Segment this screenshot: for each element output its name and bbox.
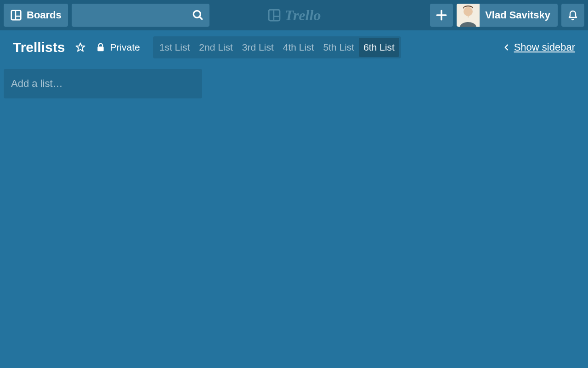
lock-icon: [96, 42, 105, 52]
avatar: [457, 4, 480, 27]
list-tab-label: 3rd List: [242, 42, 274, 53]
list-tab-label: 2nd List: [199, 42, 233, 53]
svg-line-4: [199, 17, 202, 19]
plus-icon: [435, 9, 447, 21]
boards-button[interactable]: Boards: [4, 4, 68, 27]
svg-marker-11: [76, 43, 85, 52]
list-tabs: 1st List2nd List3rd List4th List5th List…: [153, 36, 401, 58]
list-tab-5[interactable]: 5th List: [318, 38, 359, 57]
star-button[interactable]: [73, 40, 88, 55]
search-input[interactable]: [72, 4, 209, 27]
list-tab-label: 5th List: [323, 42, 354, 53]
list-tab-label: 6th List: [363, 42, 395, 53]
svg-rect-5: [269, 10, 280, 21]
search-icon: [192, 9, 204, 21]
bell-icon: [567, 9, 578, 21]
add-list-label: Add a list…: [11, 78, 63, 90]
create-button[interactable]: [430, 4, 453, 27]
svg-rect-12: [98, 46, 104, 51]
board-icon: [10, 9, 22, 21]
board-body: Add a list…: [0, 64, 588, 103]
visibility-button[interactable]: Private: [96, 42, 140, 53]
board-header: Trellists Private 1st List2nd List3rd Li…: [0, 30, 588, 64]
user-menu[interactable]: Vlad Savitsky: [457, 4, 558, 27]
svg-point-10: [464, 7, 473, 16]
list-tab-4[interactable]: 4th List: [278, 38, 319, 57]
user-name: Vlad Savitsky: [485, 9, 550, 21]
list-tab-3[interactable]: 3rd List: [237, 38, 278, 57]
brand-board-icon: [267, 8, 281, 22]
star-icon: [75, 42, 86, 53]
add-list-button[interactable]: Add a list…: [4, 69, 202, 98]
top-nav: Boards Trello: [0, 0, 588, 30]
list-tab-label: 4th List: [283, 42, 314, 53]
board-title[interactable]: Trellists: [13, 40, 65, 55]
list-tab-6[interactable]: 6th List: [359, 38, 399, 57]
show-sidebar-button[interactable]: Show sidebar: [503, 41, 575, 53]
boards-button-label: Boards: [27, 9, 62, 21]
list-tab-1[interactable]: 1st List: [155, 38, 195, 57]
list-tab-2[interactable]: 2nd List: [194, 38, 237, 57]
notifications-button[interactable]: [561, 4, 584, 27]
show-sidebar-label: Show sidebar: [514, 41, 575, 53]
chevron-left-icon: [503, 43, 510, 52]
visibility-label: Private: [110, 42, 140, 53]
brand-name: Trello: [285, 7, 321, 24]
list-tab-label: 1st List: [159, 42, 190, 53]
